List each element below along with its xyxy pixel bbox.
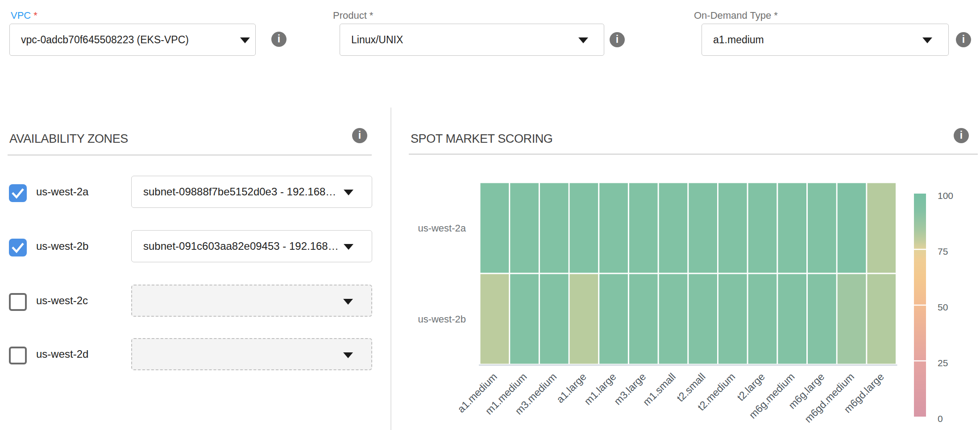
heatmap-cell-us-west-2a-m1.small[interactable] (659, 183, 688, 273)
ondemand-required-star: * (771, 10, 778, 21)
vpc-select[interactable]: vpc-0adcb70f645508223 (EKS-VPC) (9, 24, 256, 56)
product-caret-icon (578, 37, 588, 43)
colorbar-tick-label-75: 75 (938, 246, 948, 256)
heatmap-cell-us-west-2b-m1.small[interactable] (659, 274, 688, 364)
info-glyph: i (616, 33, 619, 45)
info-glyph: i (358, 129, 361, 141)
heatmap-cell-us-west-2b-a1.large[interactable] (570, 274, 598, 364)
panel-divider (390, 108, 391, 430)
heatmap-cell-us-west-2a-m6gd.medium[interactable] (838, 183, 866, 273)
az-subnet-caret-icon (344, 190, 353, 195)
heatmap-cell-us-west-2a-t2.medium[interactable] (718, 183, 747, 273)
heatmap-cell-us-west-2a-t2.large[interactable] (748, 183, 777, 273)
checkmark-icon (9, 184, 27, 202)
heatmap-col-label-m1.small: m1.small (640, 371, 677, 408)
vpc-required-star: * (31, 10, 37, 21)
az-checkbox-us-west-2b-checked[interactable] (9, 239, 27, 256)
az-checkbox-us-west-2c-unchecked[interactable] (9, 293, 27, 311)
heatmap-cell-us-west-2a-m3.medium[interactable] (540, 183, 569, 273)
heatmap-cell-us-west-2a-m6g.large[interactable] (808, 183, 836, 273)
ondemand-label-text: On-Demand Type (694, 10, 771, 21)
info-glyph: i (962, 33, 965, 45)
heatmap-svg: us-west-2aus-west-2ba1.mediumm1.mediumm3… (402, 170, 980, 430)
heatmap-cell-us-west-2b-t2.medium[interactable] (718, 274, 747, 364)
info-glyph: i (960, 129, 963, 141)
colorbar-tick-label-100: 100 (938, 190, 953, 201)
az-subnet-select-us-west-2c[interactable] (131, 285, 372, 317)
az-checkbox-us-west-2d-unchecked[interactable] (9, 347, 27, 364)
heatmap-row-label-us-west-2a: us-west-2a (418, 223, 466, 234)
colorbar-tick-label-50: 50 (938, 302, 948, 312)
product-select-value: Linux/UNIX (340, 34, 403, 46)
az-row-us-west-2a: us-west-2asubnet-09888f7be5152d0e3 - 192… (0, 176, 390, 208)
availability-zones-info-icon[interactable]: i (352, 128, 367, 143)
ondemand-label: On-Demand Type* (694, 10, 778, 21)
az-zone-name: us-west-2a (36, 176, 88, 208)
heatmap-cell-us-west-2b-m6gd.large[interactable] (867, 274, 896, 364)
vpc-select-value: vpc-0adcb70f645508223 (EKS-VPC) (10, 34, 189, 46)
vpc-info-icon[interactable]: i (271, 32, 287, 47)
az-row-us-west-2b: us-west-2bsubnet-091c603aa82e09453 - 192… (0, 230, 390, 262)
ondemand-select[interactable]: a1.medium (702, 24, 949, 56)
heatmap-cell-us-west-2a-m1.medium[interactable] (510, 183, 539, 273)
spot-market-heatmap: us-west-2aus-west-2ba1.mediumm1.mediumm3… (402, 170, 980, 430)
az-zone-name: us-west-2b (36, 230, 88, 262)
az-zone-name: us-west-2d (36, 338, 88, 370)
spot-market-scoring-title: SPOT MARKET SCORING (411, 132, 552, 146)
az-row-us-west-2d: us-west-2d (0, 338, 390, 370)
product-select[interactable]: Linux/UNIX (340, 24, 604, 56)
az-subnet-select-us-west-2a[interactable]: subnet-09888f7be5152d0e3 - 192.168… (131, 176, 372, 208)
az-subnet-select-us-west-2b[interactable]: subnet-091c603aa82e09453 - 192.168… (131, 230, 372, 262)
heatmap-cell-us-west-2a-m6gd.large[interactable] (867, 183, 896, 273)
heatmap-cell-us-west-2b-m6g.large[interactable] (808, 274, 836, 364)
checkmark-icon (9, 239, 27, 256)
spot-market-scoring-divider (409, 154, 978, 154)
heatmap-cell-us-west-2b-m3.large[interactable] (629, 274, 658, 364)
availability-zones-divider (8, 155, 372, 155)
vpc-caret-icon (240, 37, 250, 43)
product-info-icon[interactable]: i (610, 32, 625, 47)
heatmap-cell-us-west-2b-m6g.medium[interactable] (778, 274, 806, 364)
heatmap-cell-us-west-2a-m6g.medium[interactable] (778, 183, 806, 273)
product-label-text: Product (333, 10, 367, 21)
spot-market-scoring-info-icon[interactable]: i (954, 128, 969, 143)
heatmap-cell-us-west-2b-a1.medium[interactable] (481, 274, 509, 364)
heatmap-cell-us-west-2a-m3.large[interactable] (629, 183, 658, 273)
heatmap-cell-us-west-2b-m6gd.medium[interactable] (838, 274, 866, 364)
az-subnet-value: subnet-091c603aa82e09453 - 192.168… (132, 240, 339, 252)
heatmap-cell-us-west-2b-t2.large[interactable] (748, 274, 777, 364)
az-checkbox-us-west-2a-checked[interactable] (9, 184, 27, 202)
product-required-star: * (367, 10, 374, 21)
ondemand-select-value: a1.medium (702, 34, 764, 46)
az-subnet-select-us-west-2d[interactable] (131, 338, 372, 370)
heatmap-cell-us-west-2b-t2.small[interactable] (689, 274, 717, 364)
colorbar-tick-label-0: 0 (938, 413, 943, 424)
heatmap-cell-us-west-2a-a1.medium[interactable] (481, 183, 509, 273)
heatmap-row-label-us-west-2b: us-west-2b (418, 314, 466, 325)
az-row-us-west-2c: us-west-2c (0, 285, 390, 317)
heatmap-cell-us-west-2a-a1.large[interactable] (570, 183, 598, 273)
az-subnet-caret-icon (343, 299, 353, 305)
heatmap-cell-us-west-2b-m3.medium[interactable] (540, 274, 569, 364)
heatmap-cell-us-west-2a-m1.large[interactable] (599, 183, 628, 273)
az-subnet-caret-icon (344, 244, 353, 250)
heatmap-cell-us-west-2b-m1.large[interactable] (599, 274, 628, 364)
colorbar-tick-label-25: 25 (938, 358, 948, 368)
heatmap-col-label-m1.large: m1.large (582, 371, 619, 407)
vpc-label-text: VPC (11, 10, 31, 21)
product-label: Product* (333, 10, 373, 21)
availability-zones-title: AVAILABILITY ZONES (9, 132, 128, 146)
ondemand-info-icon[interactable]: i (956, 32, 971, 47)
az-subnet-value: subnet-09888f7be5152d0e3 - 192.168… (132, 186, 336, 198)
info-glyph: i (278, 33, 280, 45)
ondemand-caret-icon (922, 37, 932, 43)
heatmap-cell-us-west-2a-t2.small[interactable] (689, 183, 717, 273)
heatmap-cell-us-west-2b-m1.medium[interactable] (510, 274, 539, 364)
az-subnet-caret-icon (343, 352, 353, 358)
vpc-label: VPC* (11, 10, 37, 21)
az-zone-name: us-west-2c (36, 285, 88, 317)
